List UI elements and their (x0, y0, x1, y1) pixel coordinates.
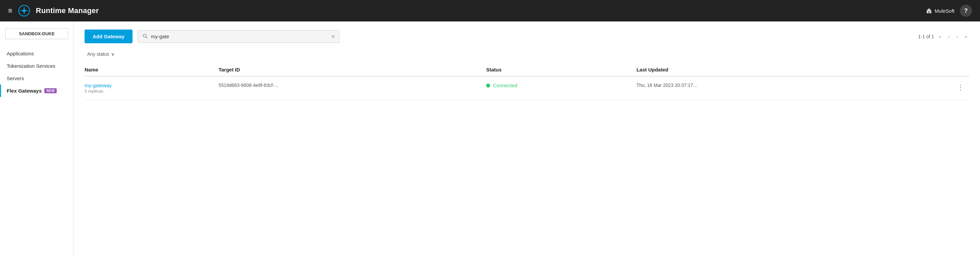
menu-icon[interactable]: ≡ (8, 7, 13, 14)
svg-line-10 (146, 37, 147, 38)
app-title: Runtime Manager (36, 6, 99, 15)
next-page-button[interactable]: › (955, 33, 960, 41)
target-id-cell: 5519d663-9608-4e8f-83cf-... (218, 76, 486, 100)
svg-rect-7 (929, 11, 930, 12)
last-updated-cell: Thu, 16 Mar 2023 20:37:17... (636, 76, 908, 100)
help-button[interactable]: ? (960, 5, 972, 17)
pagination: 1-1 of 1 « ‹ › » (918, 33, 969, 41)
svg-rect-8 (929, 12, 929, 13)
col-target-id: Target ID (218, 63, 486, 76)
table-header: Name Target ID Status Last Updated (84, 63, 969, 76)
sidebar-item-flex-gateways[interactable]: Flex Gateways NEW (0, 84, 73, 97)
mulesoft-brand: MuleSoft (926, 8, 955, 14)
chevron-down-icon: ∨ (111, 51, 115, 57)
sidebar-item-servers[interactable]: Servers (0, 72, 73, 84)
gateway-name-link[interactable]: my-gateway (84, 82, 213, 88)
search-box: × (138, 30, 339, 43)
status-filter-label: Any status (87, 51, 109, 57)
sidebar-item-label: Tokenization Services (7, 63, 56, 69)
row-actions-cell: ⋮ (908, 76, 969, 100)
environment-selector[interactable]: SANDBOX-DUKE (5, 28, 68, 39)
svg-point-2 (22, 9, 26, 13)
svg-rect-5 (928, 8, 930, 10)
search-icon (142, 33, 148, 40)
gateway-name-cell: my-gateway 5 replicas (84, 76, 218, 100)
clear-search-button[interactable]: × (331, 33, 335, 40)
sidebar-item-label: Flex Gateways (7, 88, 41, 94)
pagination-text: 1-1 of 1 (918, 34, 934, 39)
sidebar-item-applications[interactable]: Applications (0, 47, 73, 60)
sidebar-item-label: Servers (7, 76, 24, 81)
col-last-updated: Last Updated (636, 63, 908, 76)
target-id-value: 5519d663-9608-4e8f-83cf-... (218, 82, 278, 88)
table-row: my-gateway 5 replicas 5519d663-9608-4e8f… (84, 76, 969, 100)
app-logo (18, 4, 30, 17)
filter-bar: Any status ∨ (84, 50, 969, 58)
svg-rect-6 (928, 11, 928, 12)
add-gateway-button[interactable]: Add Gateway (84, 30, 132, 43)
col-name: Name (84, 63, 218, 76)
status-filter[interactable]: Any status ∨ (84, 50, 117, 58)
status-cell: Connected (486, 76, 636, 100)
sidebar-item-tokenization-services[interactable]: Tokenization Services (0, 60, 73, 72)
header-right: MuleSoft ? (926, 5, 972, 17)
status-indicator (486, 84, 490, 87)
col-actions (908, 63, 969, 76)
header-left: ≡ Runtime Manager (8, 4, 99, 17)
row-kebab-menu-button[interactable]: ⋮ (955, 82, 967, 92)
main-layout: SANDBOX-DUKE Applications Tokenization S… (0, 21, 980, 257)
sidebar: SANDBOX-DUKE Applications Tokenization S… (0, 21, 74, 257)
search-input[interactable] (151, 33, 328, 39)
last-updated-value: Thu, 16 Mar 2023 20:37:17... (636, 82, 697, 88)
app-header: ≡ Runtime Manager MuleSoft ? (0, 0, 980, 21)
status-text: Connected (493, 82, 517, 88)
prev-page-button[interactable]: ‹ (946, 33, 952, 41)
gateways-table: Name Target ID Status Last Updated my-ga… (84, 63, 969, 100)
last-page-button[interactable]: » (963, 33, 969, 41)
first-page-button[interactable]: « (937, 33, 943, 41)
toolbar: Add Gateway × 1-1 of 1 « ‹ › » (84, 30, 969, 43)
building-icon (926, 8, 932, 14)
main-content: Add Gateway × 1-1 of 1 « ‹ › » (74, 21, 980, 257)
col-status: Status (486, 63, 636, 76)
sidebar-item-label: Applications (7, 51, 34, 56)
replicas-count: 5 replicas (84, 89, 103, 94)
new-badge: NEW (44, 88, 57, 93)
